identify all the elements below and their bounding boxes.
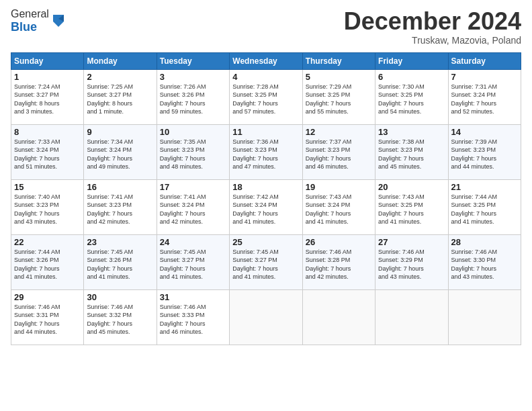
day-number: 16	[87, 182, 153, 192]
day-info: Sunrise: 7:33 AMSunset: 3:24 PMDaylight:…	[14, 138, 81, 171]
day-info: Sunrise: 7:43 AMSunset: 3:25 PMDaylight:…	[378, 193, 445, 226]
day-info: Sunrise: 7:45 AMSunset: 3:27 PMDaylight:…	[232, 248, 299, 281]
calendar-row-4: 22Sunrise: 7:44 AMSunset: 3:26 PMDayligh…	[11, 234, 521, 289]
day-number: 14	[451, 127, 518, 137]
day-info: Sunrise: 7:39 AMSunset: 3:23 PMDaylight:…	[451, 138, 518, 171]
table-row: 7Sunrise: 7:31 AMSunset: 3:24 PMDaylight…	[448, 69, 521, 124]
day-number: 3	[160, 72, 226, 82]
day-info: Sunrise: 7:41 AMSunset: 3:24 PMDaylight:…	[160, 193, 226, 226]
table-row: 16Sunrise: 7:41 AMSunset: 3:23 PMDayligh…	[84, 179, 157, 234]
calendar-row-3: 15Sunrise: 7:40 AMSunset: 3:23 PMDayligh…	[11, 179, 521, 234]
table-row	[230, 289, 302, 345]
day-info: Sunrise: 7:46 AMSunset: 3:33 PMDaylight:…	[160, 303, 226, 336]
table-row: 27Sunrise: 7:46 AMSunset: 3:29 PMDayligh…	[375, 234, 448, 289]
table-row: 29Sunrise: 7:46 AMSunset: 3:31 PMDayligh…	[11, 289, 84, 345]
day-number: 19	[306, 182, 372, 192]
table-row: 26Sunrise: 7:46 AMSunset: 3:28 PMDayligh…	[302, 234, 375, 289]
table-row: 17Sunrise: 7:41 AMSunset: 3:24 PMDayligh…	[157, 179, 229, 234]
title-block: December 2024 Truskaw, Mazovia, Poland	[344, 8, 521, 46]
day-info: Sunrise: 7:40 AMSunset: 3:23 PMDaylight:…	[14, 193, 81, 226]
col-monday: Monday	[84, 52, 157, 69]
subtitle: Truskaw, Mazovia, Poland	[344, 35, 521, 46]
col-thursday: Thursday	[302, 52, 375, 69]
table-row: 11Sunrise: 7:36 AMSunset: 3:23 PMDayligh…	[230, 124, 302, 179]
page-container: General Blue December 2024 Truskaw, Mazo…	[0, 0, 532, 351]
table-row: 4Sunrise: 7:28 AMSunset: 3:25 PMDaylight…	[230, 69, 302, 124]
day-number: 28	[451, 237, 518, 247]
day-number: 26	[306, 237, 372, 247]
calendar-row-5: 29Sunrise: 7:46 AMSunset: 3:31 PMDayligh…	[11, 289, 521, 345]
day-info: Sunrise: 7:26 AMSunset: 3:26 PMDaylight:…	[160, 83, 226, 116]
day-number: 7	[451, 72, 518, 82]
col-saturday: Saturday	[448, 52, 521, 69]
table-row: 25Sunrise: 7:45 AMSunset: 3:27 PMDayligh…	[230, 234, 302, 289]
table-row: 5Sunrise: 7:29 AMSunset: 3:25 PMDaylight…	[302, 69, 375, 124]
day-info: Sunrise: 7:45 AMSunset: 3:26 PMDaylight:…	[87, 248, 153, 281]
table-row: 15Sunrise: 7:40 AMSunset: 3:23 PMDayligh…	[11, 179, 84, 234]
day-info: Sunrise: 7:25 AMSunset: 3:27 PMDaylight:…	[87, 83, 153, 116]
day-number: 25	[232, 237, 299, 247]
table-row: 13Sunrise: 7:38 AMSunset: 3:23 PMDayligh…	[375, 124, 448, 179]
day-info: Sunrise: 7:46 AMSunset: 3:31 PMDaylight:…	[14, 303, 81, 336]
day-info: Sunrise: 7:46 AMSunset: 3:32 PMDaylight:…	[87, 303, 153, 336]
day-info: Sunrise: 7:38 AMSunset: 3:23 PMDaylight:…	[378, 138, 445, 171]
table-row: 24Sunrise: 7:45 AMSunset: 3:27 PMDayligh…	[157, 234, 229, 289]
day-number: 18	[232, 182, 299, 192]
day-info: Sunrise: 7:44 AMSunset: 3:26 PMDaylight:…	[14, 248, 81, 281]
day-number: 23	[87, 237, 153, 247]
table-row	[375, 289, 448, 345]
day-info: Sunrise: 7:37 AMSunset: 3:23 PMDaylight:…	[306, 138, 372, 171]
table-row: 2Sunrise: 7:25 AMSunset: 3:27 PMDaylight…	[84, 69, 157, 124]
day-number: 20	[378, 182, 445, 192]
col-friday: Friday	[375, 52, 448, 69]
table-row: 22Sunrise: 7:44 AMSunset: 3:26 PMDayligh…	[11, 234, 84, 289]
day-number: 29	[14, 292, 81, 302]
month-title: December 2024	[344, 8, 521, 35]
logo: General Blue	[11, 8, 66, 34]
day-number: 22	[14, 237, 81, 247]
col-wednesday: Wednesday	[230, 52, 302, 69]
col-sunday: Sunday	[11, 52, 84, 69]
day-info: Sunrise: 7:45 AMSunset: 3:27 PMDaylight:…	[160, 248, 226, 281]
day-info: Sunrise: 7:35 AMSunset: 3:23 PMDaylight:…	[160, 138, 226, 171]
table-row: 18Sunrise: 7:42 AMSunset: 3:24 PMDayligh…	[230, 179, 302, 234]
table-row: 23Sunrise: 7:45 AMSunset: 3:26 PMDayligh…	[84, 234, 157, 289]
calendar-row-1: 1Sunrise: 7:24 AMSunset: 3:27 PMDaylight…	[11, 69, 521, 124]
day-info: Sunrise: 7:46 AMSunset: 3:28 PMDaylight:…	[306, 248, 372, 281]
day-number: 11	[232, 127, 299, 137]
day-number: 21	[451, 182, 518, 192]
table-row: 12Sunrise: 7:37 AMSunset: 3:23 PMDayligh…	[302, 124, 375, 179]
table-row	[448, 289, 521, 345]
calendar-row-2: 8Sunrise: 7:33 AMSunset: 3:24 PMDaylight…	[11, 124, 521, 179]
day-info: Sunrise: 7:46 AMSunset: 3:30 PMDaylight:…	[451, 248, 518, 281]
day-info: Sunrise: 7:41 AMSunset: 3:23 PMDaylight:…	[87, 193, 153, 226]
table-row: 28Sunrise: 7:46 AMSunset: 3:30 PMDayligh…	[448, 234, 521, 289]
logo-blue-text: Blue	[11, 20, 37, 34]
day-info: Sunrise: 7:44 AMSunset: 3:25 PMDaylight:…	[451, 193, 518, 226]
day-info: Sunrise: 7:30 AMSunset: 3:25 PMDaylight:…	[378, 83, 445, 116]
table-row: 3Sunrise: 7:26 AMSunset: 3:26 PMDaylight…	[157, 69, 229, 124]
col-tuesday: Tuesday	[157, 52, 229, 69]
day-info: Sunrise: 7:36 AMSunset: 3:23 PMDaylight:…	[232, 138, 299, 171]
day-info: Sunrise: 7:46 AMSunset: 3:29 PMDaylight:…	[378, 248, 445, 281]
table-row: 30Sunrise: 7:46 AMSunset: 3:32 PMDayligh…	[84, 289, 157, 345]
day-number: 10	[160, 127, 226, 137]
day-number: 24	[160, 237, 226, 247]
calendar-header-row: Sunday Monday Tuesday Wednesday Thursday…	[11, 52, 521, 69]
day-number: 5	[306, 72, 372, 82]
table-row: 31Sunrise: 7:46 AMSunset: 3:33 PMDayligh…	[157, 289, 229, 345]
table-row	[302, 289, 375, 345]
day-info: Sunrise: 7:24 AMSunset: 3:27 PMDaylight:…	[14, 83, 81, 116]
table-row: 8Sunrise: 7:33 AMSunset: 3:24 PMDaylight…	[11, 124, 84, 179]
table-row: 6Sunrise: 7:30 AMSunset: 3:25 PMDaylight…	[375, 69, 448, 124]
day-number: 6	[378, 72, 445, 82]
day-number: 2	[87, 72, 153, 82]
logo-general-text: General	[11, 8, 49, 19]
day-number: 4	[232, 72, 299, 82]
day-info: Sunrise: 7:42 AMSunset: 3:24 PMDaylight:…	[232, 193, 299, 226]
day-info: Sunrise: 7:28 AMSunset: 3:25 PMDaylight:…	[232, 83, 299, 116]
table-row: 21Sunrise: 7:44 AMSunset: 3:25 PMDayligh…	[448, 179, 521, 234]
day-number: 31	[160, 292, 226, 302]
day-number: 17	[160, 182, 226, 192]
day-number: 12	[306, 127, 372, 137]
